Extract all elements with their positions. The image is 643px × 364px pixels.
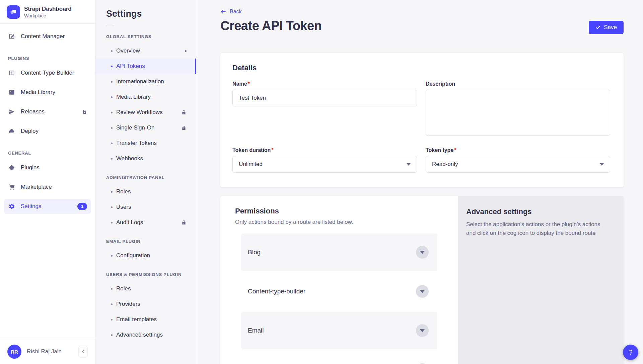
sidebar-item-label: Marketplace xyxy=(21,184,52,190)
settings-item-api-tokens[interactable]: API Tokens xyxy=(95,59,196,74)
settings-item-providers[interactable]: Providers xyxy=(95,296,196,312)
token-type-value: Read-only xyxy=(432,161,458,168)
settings-item-configuration[interactable]: Configuration xyxy=(95,248,196,263)
settings-section-email-plugin: EMAIL PLUGIN xyxy=(95,230,196,248)
token-duration-field-group: Token duration* Unlimited xyxy=(232,147,417,173)
description-textarea[interactable] xyxy=(426,90,610,136)
caret-down-icon xyxy=(600,163,604,166)
settings-item-advanced-settings[interactable]: Advanced settings xyxy=(95,327,196,343)
settings-section-global: GLOBAL SETTINGS xyxy=(95,25,196,43)
settings-item-roles-admin[interactable]: Roles xyxy=(95,184,196,199)
settings-item-media-library[interactable]: Media Library xyxy=(95,89,196,105)
lock-icon xyxy=(181,125,187,130)
bullet-icon xyxy=(111,81,113,83)
bullet-icon xyxy=(111,158,113,160)
settings-item-webhooks[interactable]: Webhooks xyxy=(95,151,196,166)
puzzle-icon xyxy=(8,164,15,171)
settings-item-users[interactable]: Users xyxy=(95,199,196,215)
settings-item-label: API Tokens xyxy=(116,63,145,70)
accordion-blog[interactable]: Blog xyxy=(241,234,437,271)
settings-item-email-templates[interactable]: Email templates xyxy=(95,312,196,327)
sidebar-item-plugins[interactable]: Plugins xyxy=(4,160,91,175)
main-nav: Content Manager PLUGINS Content-Type Bui… xyxy=(0,24,95,339)
save-button[interactable]: Save xyxy=(589,21,624,34)
settings-nav-title: Settings xyxy=(95,0,196,19)
accordion-email[interactable]: Email xyxy=(241,312,437,349)
sidebar-item-releases[interactable]: Releases xyxy=(4,104,91,119)
expand-blog-button[interactable] xyxy=(416,246,429,259)
back-label: Back xyxy=(230,9,242,15)
token-type-select[interactable]: Read-only xyxy=(426,156,610,173)
settings-item-label: Review Workflows xyxy=(116,109,163,116)
settings-item-label: Overview xyxy=(116,48,140,54)
required-asterisk: * xyxy=(454,147,456,153)
pen-icon xyxy=(8,33,15,40)
sidebar-item-settings[interactable]: Settings 1 xyxy=(4,199,91,214)
details-form: Name* Description Token duration* Unlimi… xyxy=(232,81,610,173)
lock-icon xyxy=(82,109,87,114)
settings-item-roles-up[interactable]: Roles xyxy=(95,281,196,296)
accordion-content-type-builder[interactable]: Content-type-builder xyxy=(241,273,437,310)
advanced-settings-description: Select the application's actions or the … xyxy=(466,220,607,238)
sidebar-item-marketplace[interactable]: Marketplace xyxy=(4,180,91,194)
settings-item-single-sign-on[interactable]: Single Sign-On xyxy=(95,120,196,135)
sidebar-item-label: Releases xyxy=(21,108,45,115)
settings-item-review-workflows[interactable]: Review Workflows xyxy=(95,105,196,120)
settings-item-overview[interactable]: Overview xyxy=(95,43,196,59)
token-duration-select[interactable]: Unlimited xyxy=(232,156,417,173)
permissions-title: Permissions xyxy=(235,207,443,215)
permissions-section: Permissions Only actions bound by a rout… xyxy=(220,196,624,364)
help-button[interactable]: ? xyxy=(623,345,638,360)
page-header: Create API Token Save xyxy=(220,19,624,34)
notification-dot-icon xyxy=(185,50,187,52)
settings-item-label: Single Sign-On xyxy=(116,124,154,131)
sidebar-item-label: Deploy xyxy=(21,128,39,134)
name-label: Name* xyxy=(232,81,417,87)
app-title: Strapi Dashboard xyxy=(24,6,72,12)
details-title: Details xyxy=(232,64,610,72)
picture-icon xyxy=(8,89,15,96)
main-sidebar: Strapi Dashboard Workplace Content Manag… xyxy=(0,0,95,364)
advanced-settings-title: Advanced settings xyxy=(466,207,610,216)
details-card: Details Name* Description Token duration… xyxy=(220,53,624,187)
settings-sidebar: Settings GLOBAL SETTINGS Overview API To… xyxy=(95,0,196,364)
sidebar-item-deploy[interactable]: Deploy xyxy=(4,124,91,139)
workspace-switcher[interactable]: Strapi Dashboard Workplace xyxy=(0,0,95,23)
app-root: Strapi Dashboard Workplace Content Manag… xyxy=(0,0,643,364)
settings-section-users-permissions: USERS & PERMISSIONS PLUGIN xyxy=(95,263,196,281)
cloud-icon xyxy=(8,127,15,135)
settings-item-label: Providers xyxy=(116,301,140,307)
bullet-icon xyxy=(111,191,113,193)
accordion-label: Email xyxy=(248,327,264,334)
collapse-sidebar-button[interactable] xyxy=(78,346,88,358)
workspace-name: Workplace xyxy=(24,13,72,18)
token-duration-value: Unlimited xyxy=(239,161,263,168)
sidebar-item-media-library[interactable]: Media Library xyxy=(4,85,91,100)
token-type-label: Token type* xyxy=(426,147,610,153)
sidebar-section-plugins: PLUGINS xyxy=(4,49,91,66)
settings-item-audit-logs[interactable]: Audit Logs xyxy=(95,215,196,230)
expand-content-type-builder-button[interactable] xyxy=(416,285,429,298)
token-type-field-group: Token type* Read-only xyxy=(426,147,610,173)
settings-item-transfer-tokens[interactable]: Transfer Tokens xyxy=(95,135,196,151)
sidebar-item-content-type-builder[interactable]: Content-Type Builder xyxy=(4,66,91,80)
bullet-icon xyxy=(111,319,113,321)
expand-email-button[interactable] xyxy=(416,324,429,337)
name-field-group: Name* xyxy=(232,81,417,136)
description-label: Description xyxy=(426,81,610,87)
settings-item-label: Roles xyxy=(116,285,131,292)
caret-down-icon xyxy=(407,163,411,166)
sidebar-item-content-manager[interactable]: Content Manager xyxy=(4,29,91,44)
user-menu[interactable]: RR Rishi Raj Jain xyxy=(0,339,95,364)
settings-item-internationalization[interactable]: Internationalization xyxy=(95,74,196,89)
cart-icon xyxy=(8,183,15,191)
arrow-left-icon xyxy=(220,9,226,15)
sidebar-item-label: Content-Type Builder xyxy=(21,70,74,76)
accordion-upload[interactable]: Upload xyxy=(241,351,437,364)
back-link[interactable]: Back xyxy=(220,9,242,15)
description-field-group: Description xyxy=(426,81,610,136)
advanced-settings-panel: Advanced settings Select the application… xyxy=(458,196,624,364)
name-input[interactable] xyxy=(232,90,417,106)
gear-icon xyxy=(8,203,15,210)
chevron-left-icon xyxy=(81,350,85,354)
